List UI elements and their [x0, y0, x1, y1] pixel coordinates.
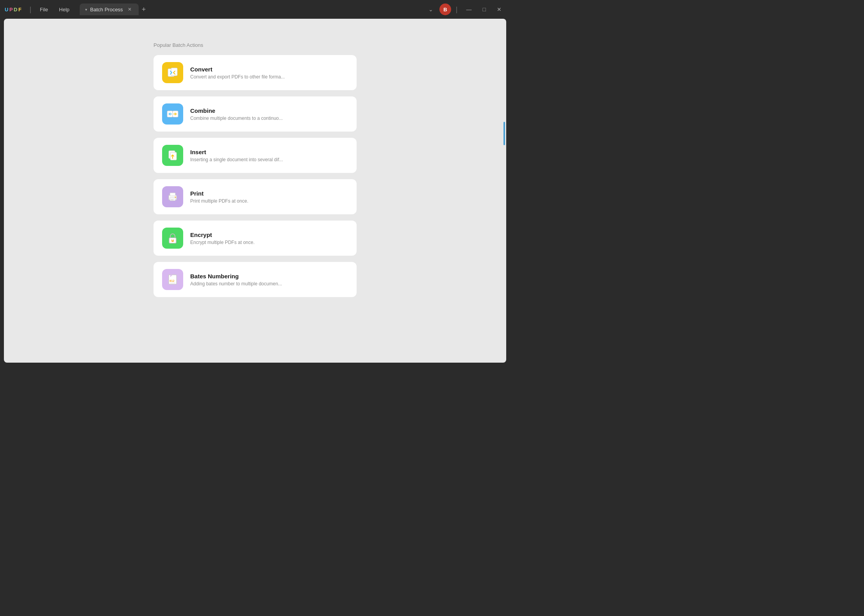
bates-title: Bates Numbering	[190, 273, 282, 280]
print-card[interactable]: Print Print multiple PDFs at once.	[154, 179, 357, 214]
svg-text:012: 012	[170, 280, 175, 283]
encrypt-text: Encrypt Encrypt multiple PDFs at once.	[190, 231, 255, 245]
content-inner: Popular Batch Actions Convert Convert an…	[154, 19, 357, 319]
nav-file[interactable]: File	[36, 5, 52, 14]
print-title: Print	[190, 190, 248, 197]
logo-p: P	[9, 7, 13, 12]
encrypt-desc: Encrypt multiple PDFs at once.	[190, 240, 255, 245]
tab-title: Batch Process	[90, 7, 123, 12]
tab-dropdown-icon: ▾	[85, 7, 87, 12]
encrypt-icon	[162, 228, 183, 249]
tab-close-button[interactable]: ✕	[126, 6, 133, 13]
convert-title: Convert	[190, 66, 285, 73]
convert-desc: Convert and export PDFs to other file fo…	[190, 74, 285, 80]
main-content: Popular Batch Actions Convert Convert an…	[4, 19, 506, 363]
combine-icon	[162, 103, 183, 125]
nav-help[interactable]: Help	[55, 5, 73, 14]
batch-process-tab[interactable]: ▾ Batch Process ✕	[80, 4, 139, 15]
user-avatar[interactable]: B	[439, 4, 451, 15]
insert-svg	[166, 149, 179, 162]
app-logo: UPDF	[5, 7, 21, 12]
section-title: Popular Batch Actions	[154, 42, 357, 48]
combine-desc: Combine multiple documents to a continuo…	[190, 116, 283, 121]
convert-svg	[166, 66, 179, 79]
logo-f: F	[18, 7, 21, 12]
combine-card[interactable]: Combine Combine multiple documents to a …	[154, 96, 357, 132]
scrollbar-thumb[interactable]	[503, 122, 505, 145]
bates-svg: 012	[166, 273, 179, 286]
print-desc: Print multiple PDFs at once.	[190, 198, 248, 204]
encrypt-svg	[166, 232, 179, 244]
insert-title: Insert	[190, 149, 283, 155]
maximize-button[interactable]: □	[479, 5, 490, 14]
convert-icon	[162, 62, 183, 83]
bates-desc: Adding bates number to multiple documen.…	[190, 281, 282, 287]
close-button[interactable]: ✕	[493, 5, 505, 14]
titlebar-right: ⌄ B | — □ ✕	[425, 4, 505, 15]
print-svg	[166, 190, 179, 203]
new-tab-button[interactable]: +	[139, 4, 149, 15]
convert-text: Convert Convert and export PDFs to other…	[190, 66, 285, 80]
convert-card[interactable]: Convert Convert and export PDFs to other…	[154, 55, 357, 90]
titlebar: UPDF | File Help ▾ Batch Process ✕ + ⌄ B…	[0, 0, 510, 19]
encrypt-card[interactable]: Encrypt Encrypt multiple PDFs at once.	[154, 221, 357, 256]
bates-icon: 012	[162, 269, 183, 290]
minimize-button[interactable]: —	[462, 5, 476, 14]
combine-svg	[166, 108, 179, 120]
insert-desc: Inserting a single document into several…	[190, 157, 283, 162]
titlebar-sep2: |	[456, 5, 458, 14]
logo-d: D	[14, 7, 18, 12]
print-icon	[162, 186, 183, 207]
svg-point-10	[175, 197, 176, 198]
logo-u: U	[5, 7, 9, 12]
combine-title: Combine	[190, 107, 283, 114]
encrypt-title: Encrypt	[190, 231, 255, 238]
combine-text: Combine Combine multiple documents to a …	[190, 107, 283, 121]
bates-text: Bates Numbering Adding bates number to m…	[190, 273, 282, 287]
tabs-dropdown-button[interactable]: ⌄	[425, 5, 436, 14]
svg-rect-9	[170, 193, 175, 196]
insert-icon	[162, 145, 183, 166]
separator: |	[29, 5, 31, 14]
insert-text: Insert Inserting a single document into …	[190, 149, 283, 162]
bates-card[interactable]: 012 Bates Numbering Adding bates number …	[154, 262, 357, 297]
tab-bar: ▾ Batch Process ✕ +	[80, 4, 422, 15]
print-text: Print Print multiple PDFs at once.	[190, 190, 248, 204]
insert-card[interactable]: Insert Inserting a single document into …	[154, 138, 357, 173]
